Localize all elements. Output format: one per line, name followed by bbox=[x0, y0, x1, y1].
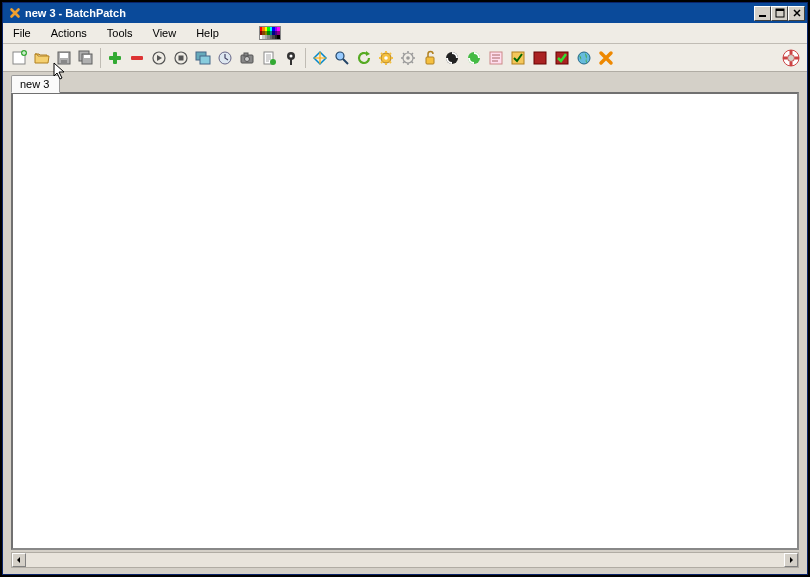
menu-file[interactable]: File bbox=[3, 25, 41, 41]
add-host-button[interactable] bbox=[104, 47, 126, 69]
app-icon bbox=[8, 6, 22, 20]
save-all-button[interactable] bbox=[75, 47, 97, 69]
loader-dark-button[interactable] bbox=[441, 47, 463, 69]
svg-rect-22 bbox=[244, 53, 248, 56]
svg-rect-37 bbox=[534, 52, 546, 64]
search-zoom-button[interactable] bbox=[331, 47, 353, 69]
menu-view[interactable]: View bbox=[143, 25, 187, 41]
menubar: File Actions Tools View Help bbox=[3, 23, 807, 44]
svg-point-26 bbox=[290, 54, 293, 57]
menu-actions[interactable]: Actions bbox=[41, 25, 97, 41]
svg-rect-7 bbox=[61, 60, 67, 63]
horizontal-scrollbar[interactable] bbox=[11, 552, 799, 568]
svg-point-24 bbox=[270, 59, 276, 65]
check-green-button[interactable] bbox=[551, 47, 573, 69]
window-title: new 3 - BatchPatch bbox=[25, 7, 754, 19]
script-button[interactable] bbox=[258, 47, 280, 69]
svg-point-29 bbox=[384, 56, 388, 60]
play-queue-button[interactable] bbox=[148, 47, 170, 69]
stop-queue-button[interactable] bbox=[170, 47, 192, 69]
delete-x-button[interactable] bbox=[595, 47, 617, 69]
menu-help[interactable]: Help bbox=[186, 25, 229, 41]
sync-diamond-button[interactable] bbox=[309, 47, 331, 69]
schedule-button[interactable] bbox=[214, 47, 236, 69]
help-lifering-icon[interactable] bbox=[781, 48, 801, 68]
check-box-button[interactable] bbox=[507, 47, 529, 69]
app-window: new 3 - BatchPatch File Actions Tools Vi… bbox=[2, 2, 808, 575]
remote-desktop-button[interactable] bbox=[192, 47, 214, 69]
svg-rect-16 bbox=[179, 55, 184, 60]
svg-rect-0 bbox=[759, 15, 766, 17]
gear-button[interactable] bbox=[375, 47, 397, 69]
snapshot-button[interactable] bbox=[236, 47, 258, 69]
open-folder-button[interactable] bbox=[31, 47, 53, 69]
svg-point-31 bbox=[406, 56, 410, 60]
minimize-button[interactable] bbox=[754, 6, 771, 21]
remove-host-button[interactable] bbox=[126, 47, 148, 69]
svg-point-21 bbox=[245, 56, 250, 61]
scroll-left-button[interactable] bbox=[12, 553, 26, 567]
red-block-button[interactable] bbox=[529, 47, 551, 69]
globe-button[interactable] bbox=[573, 47, 595, 69]
svg-rect-6 bbox=[60, 53, 68, 58]
svg-rect-2 bbox=[776, 9, 784, 11]
lock-open-button[interactable] bbox=[419, 47, 441, 69]
new-grid-button[interactable] bbox=[9, 47, 31, 69]
gear-outline-button[interactable] bbox=[397, 47, 419, 69]
refresh-button[interactable] bbox=[353, 47, 375, 69]
menu-tools[interactable]: Tools bbox=[97, 25, 143, 41]
svg-rect-10 bbox=[84, 55, 90, 58]
svg-point-27 bbox=[336, 52, 344, 60]
titlebar: new 3 - BatchPatch bbox=[3, 3, 807, 23]
color-palette-button[interactable] bbox=[259, 26, 281, 40]
save-button[interactable] bbox=[53, 47, 75, 69]
svg-point-39 bbox=[578, 52, 590, 64]
close-button[interactable] bbox=[788, 6, 805, 21]
svg-rect-18 bbox=[200, 56, 210, 64]
svg-rect-13 bbox=[131, 56, 143, 60]
pin-button[interactable] bbox=[280, 47, 302, 69]
tab-active[interactable]: new 3 bbox=[11, 75, 60, 93]
tabstrip: new 3 bbox=[3, 72, 807, 92]
scroll-right-button[interactable] bbox=[784, 553, 798, 567]
maximize-button[interactable] bbox=[771, 6, 788, 21]
svg-rect-32 bbox=[426, 57, 434, 64]
grid-content-area[interactable] bbox=[11, 92, 799, 550]
todo-list-button[interactable] bbox=[485, 47, 507, 69]
loader-green-button[interactable] bbox=[463, 47, 485, 69]
toolbar bbox=[3, 44, 807, 72]
svg-point-41 bbox=[788, 54, 795, 61]
svg-rect-12 bbox=[109, 56, 121, 60]
